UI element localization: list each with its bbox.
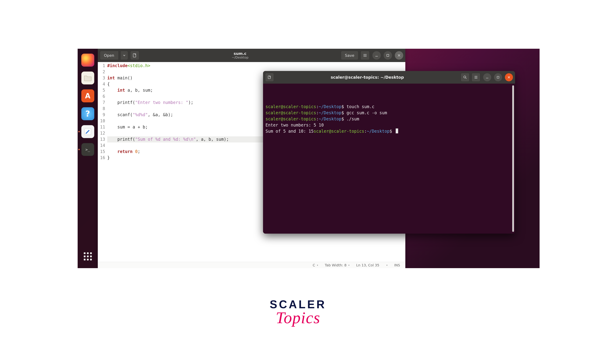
logo-line2: Topics xyxy=(270,308,326,327)
line-number: 8 xyxy=(98,106,105,112)
status-bar: C▾ Tab Width: 8▾ Ln 13, Col 35▾ INS xyxy=(98,262,405,268)
new-document-icon xyxy=(133,53,137,58)
scrollbar[interactable] xyxy=(512,85,514,232)
help-q-icon: ? xyxy=(85,109,90,119)
gedit-filename: sum.c xyxy=(142,52,339,56)
line-number: 7 xyxy=(98,100,105,106)
terminal-titlebar[interactable]: scaler@scaler-topics: ~/Desktop xyxy=(263,71,515,84)
terminal-window: scaler@scaler-topics: ~/Desktop scaler@s… xyxy=(263,71,515,234)
svg-point-4 xyxy=(464,76,466,78)
maximize-icon xyxy=(496,75,500,79)
running-indicator-icon xyxy=(78,131,80,132)
chevron-down-icon: ▾ xyxy=(317,264,318,267)
line-number: 16 xyxy=(98,155,105,161)
folder-icon xyxy=(84,75,92,81)
gedit-path: ~/Desktop xyxy=(142,56,339,59)
close-button[interactable] xyxy=(505,73,513,81)
hamburger-menu[interactable] xyxy=(472,73,480,82)
running-indicator-icon xyxy=(78,149,80,150)
menu-icon xyxy=(474,75,478,79)
scaler-topics-logo: SCALER Topics xyxy=(270,298,326,327)
svg-rect-2 xyxy=(387,54,389,56)
maximize-icon xyxy=(386,53,390,58)
line-number: 1 xyxy=(98,63,105,69)
line-number: 2 xyxy=(98,69,105,75)
close-button[interactable] xyxy=(395,51,403,59)
terminal-title: scaler@scaler-topics: ~/Desktop xyxy=(276,75,459,80)
search-button[interactable] xyxy=(461,73,469,82)
dock-gedit[interactable] xyxy=(81,125,94,138)
code-line[interactable]: #include<stdio.h> xyxy=(107,63,405,69)
terminal-prompt-icon: >_ xyxy=(85,147,90,152)
ubuntu-desktop: A ? >_ Open sum.c ~/ xyxy=(78,49,540,268)
line-number: 15 xyxy=(98,149,105,155)
chevron-down-icon: ▾ xyxy=(348,264,350,267)
maximize-button[interactable] xyxy=(494,73,502,81)
gedit-title: sum.c ~/Desktop xyxy=(142,52,339,59)
status-position[interactable]: Ln 13, Col 35▾ xyxy=(356,263,388,267)
terminal-line: scaler@scaler-topics:~/Desktop$ ./sum xyxy=(266,116,513,122)
minimize-icon xyxy=(485,75,489,79)
show-apps-button[interactable] xyxy=(81,250,94,263)
close-icon xyxy=(397,53,401,58)
gedit-titlebar[interactable]: Open sum.c ~/Desktop Save xyxy=(98,49,405,62)
search-icon xyxy=(463,75,467,79)
save-button[interactable]: Save xyxy=(341,51,358,60)
dock-help[interactable]: ? xyxy=(81,107,94,120)
hamburger-menu[interactable] xyxy=(360,51,370,60)
new-tab-button[interactable] xyxy=(130,51,139,60)
svg-rect-1 xyxy=(133,54,136,57)
menu-icon xyxy=(363,53,367,58)
line-number: 6 xyxy=(98,93,105,100)
software-a-icon: A xyxy=(85,92,90,100)
line-number: 3 xyxy=(98,75,105,81)
gedit-pencil-icon xyxy=(84,128,92,135)
chevron-down-icon: ▾ xyxy=(386,264,387,267)
dock-software[interactable]: A xyxy=(81,89,94,102)
line-number: 13 xyxy=(98,136,105,142)
terminal-body[interactable]: scaler@scaler-topics:~/Desktop$ touch su… xyxy=(263,84,515,234)
new-tab-button[interactable] xyxy=(265,73,274,82)
dock-terminal[interactable]: >_ xyxy=(81,143,94,156)
dock-files[interactable] xyxy=(81,72,94,84)
minimize-button[interactable] xyxy=(483,73,491,81)
terminal-line: scaler@scaler-topics:~/Desktop$ gcc sum.… xyxy=(266,110,513,116)
minimize-button[interactable] xyxy=(372,51,381,59)
status-lang[interactable]: C▾ xyxy=(313,263,318,267)
terminal-line: Sum of 5 and 10: 15scaler@scaler-topics:… xyxy=(266,128,513,134)
dock-firefox[interactable] xyxy=(81,54,94,67)
minimize-icon xyxy=(374,53,379,58)
open-dropdown[interactable] xyxy=(121,51,128,60)
line-number: 4 xyxy=(98,81,105,87)
chevron-down-icon xyxy=(123,54,126,57)
dock: A ? >_ xyxy=(78,49,98,268)
terminal-line: scaler@scaler-topics:~/Desktop$ touch su… xyxy=(266,104,513,110)
line-number: 12 xyxy=(98,130,105,136)
status-tabwidth[interactable]: Tab Width: 8▾ xyxy=(325,263,350,267)
line-number: 5 xyxy=(98,87,105,93)
line-number: 14 xyxy=(98,142,105,149)
maximize-button[interactable] xyxy=(384,51,392,59)
new-tab-icon xyxy=(268,75,272,79)
svg-rect-3 xyxy=(268,76,270,79)
line-gutter: 12345678910111213141516 xyxy=(98,62,106,262)
cursor-icon xyxy=(396,128,398,133)
open-button[interactable]: Open xyxy=(100,51,119,60)
line-number: 9 xyxy=(98,112,105,118)
line-number: 11 xyxy=(98,124,105,130)
close-icon xyxy=(507,75,511,79)
terminal-line: Enter two numbers: 5 10 xyxy=(266,122,513,128)
status-insert: INS xyxy=(394,263,400,267)
line-number: 10 xyxy=(98,118,105,124)
svg-rect-5 xyxy=(497,76,499,78)
